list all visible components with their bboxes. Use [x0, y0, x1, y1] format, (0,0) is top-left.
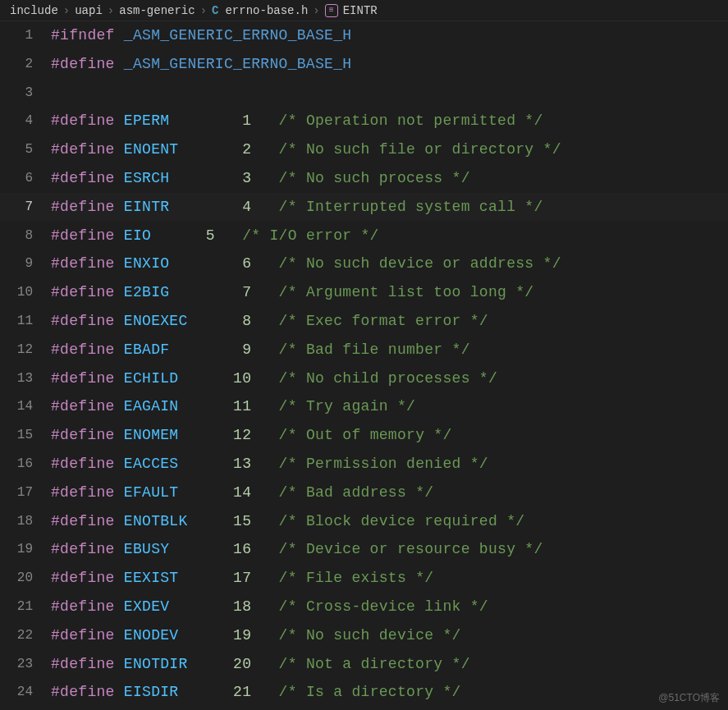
code-content[interactable]: #define _ASM_GENERIC_ERRNO_BASE_H	[51, 50, 728, 79]
code-content[interactable]: #define EIO 5 /* I/O error */	[51, 222, 728, 250]
code-line[interactable]: 3	[0, 79, 728, 108]
code-content[interactable]: #define ENOMEM 12 /* Out of memory */	[51, 421, 728, 450]
code-line[interactable]: 2#define _ASM_GENERIC_ERRNO_BASE_H	[0, 50, 728, 79]
code-content[interactable]: #define EXDEV 18 /* Cross-device link */	[51, 593, 728, 621]
code-line[interactable]: 5#define ENOENT 2 /* No such file or dir…	[0, 135, 728, 164]
token-comment: /* Out of memory */	[279, 427, 452, 443]
code-content[interactable]: #ifndef _ASM_GENERIC_ERRNO_BASE_H	[51, 21, 728, 50]
code-content[interactable]: #define ENOEXEC 8 /* Exec format error *…	[51, 307, 728, 336]
code-line[interactable]: 6#define ESRCH 3 /* No such process */	[0, 164, 728, 193]
line-number[interactable]: 16	[0, 450, 51, 479]
code-content[interactable]: #define EAGAIN 11 /* Try again */	[51, 392, 728, 421]
line-number[interactable]: 10	[0, 278, 51, 307]
code-content[interactable]: #define ENOTBLK 15 /* Block device requi…	[51, 507, 728, 536]
token-directive: #define	[51, 398, 115, 415]
line-number[interactable]: 4	[0, 107, 51, 135]
code-content[interactable]: #define EFAULT 14 /* Bad address */	[51, 479, 728, 507]
code-editor[interactable]: 1#ifndef _ASM_GENERIC_ERRNO_BASE_H2#defi…	[0, 21, 728, 707]
code-content[interactable]: #define ENOTDIR 20 /* Not a directory */	[51, 650, 728, 679]
code-line[interactable]: 20#define EEXIST 17 /* File exists */	[0, 564, 728, 593]
line-number[interactable]: 13	[0, 364, 51, 393]
token-comment: /* Cross-device link */	[279, 598, 488, 615]
token-const: EACCES	[124, 456, 179, 472]
line-number[interactable]: 24	[0, 678, 51, 707]
code-line[interactable]: 11#define ENOEXEC 8 /* Exec format error…	[0, 307, 728, 336]
line-number[interactable]: 2	[0, 50, 51, 79]
line-number[interactable]: 8	[0, 222, 51, 250]
breadcrumb[interactable]: include › uapi › asm-generic › C errno-b…	[0, 0, 728, 21]
code-line[interactable]: 18#define ENOTBLK 15 /* Block device req…	[0, 507, 728, 536]
token-const: EFAULT	[124, 484, 179, 501]
code-line[interactable]: 13#define ECHILD 10 /* No child processe…	[0, 364, 728, 393]
token-number: 17	[233, 570, 251, 586]
line-number[interactable]: 7	[0, 193, 51, 222]
line-number[interactable]: 21	[0, 593, 51, 621]
line-number[interactable]: 3	[0, 79, 51, 108]
token-const: ENOTDIR	[124, 656, 188, 672]
code-line[interactable]: 1#ifndef _ASM_GENERIC_ERRNO_BASE_H	[0, 21, 728, 50]
code-line[interactable]: 9#define ENXIO 6 /* No such device or ad…	[0, 250, 728, 278]
code-content[interactable]: #define ENXIO 6 /* No such device or add…	[51, 250, 728, 278]
token-directive: #ifndef	[51, 27, 115, 44]
token-directive: #define	[51, 341, 115, 358]
code-content[interactable]: #define ECHILD 10 /* No child processes …	[51, 364, 728, 393]
code-line[interactable]: 21#define EXDEV 18 /* Cross-device link …	[0, 593, 728, 621]
code-line[interactable]: 23#define ENOTDIR 20 /* Not a directory …	[0, 650, 728, 679]
code-line[interactable]: 15#define ENOMEM 12 /* Out of memory */	[0, 421, 728, 450]
code-line[interactable]: 22#define ENODEV 19 /* No such device */	[0, 621, 728, 650]
line-number[interactable]: 22	[0, 621, 51, 650]
code-line[interactable]: 19#define EBUSY 16 /* Device or resource…	[0, 535, 728, 564]
token-comment: /* Permission denied */	[279, 456, 488, 472]
code-line[interactable]: 10#define E2BIG 7 /* Argument list too l…	[0, 278, 728, 307]
breadcrumb-symbol[interactable]: EINTR	[343, 4, 378, 17]
line-number[interactable]: 20	[0, 564, 51, 593]
token-number: 19	[233, 627, 251, 644]
code-content[interactable]: #define EBUSY 16 /* Device or resource b…	[51, 535, 728, 564]
code-content[interactable]: #define EACCES 13 /* Permission denied *…	[51, 450, 728, 479]
token-number: 3	[242, 170, 251, 186]
line-number[interactable]: 18	[0, 507, 51, 536]
line-number[interactable]: 12	[0, 336, 51, 364]
code-line[interactable]: 16#define EACCES 13 /* Permission denied…	[0, 450, 728, 479]
code-line[interactable]: 17#define EFAULT 14 /* Bad address */	[0, 479, 728, 507]
code-line[interactable]: 8#define EIO 5 /* I/O error */	[0, 222, 728, 250]
line-number[interactable]: 5	[0, 135, 51, 164]
line-number[interactable]: 17	[0, 479, 51, 507]
token-directive: #define	[51, 170, 115, 186]
breadcrumb-file[interactable]: errno-base.h	[225, 4, 308, 17]
code-content[interactable]: #define ENOENT 2 /* No such file or dire…	[51, 135, 728, 164]
code-line[interactable]: 12#define EBADF 9 /* Bad file number */	[0, 336, 728, 364]
token-number: 21	[233, 684, 251, 700]
code-line[interactable]: 24#define EISDIR 21 /* Is a directory */	[0, 678, 728, 707]
token-comment: /* Is a directory */	[279, 684, 461, 700]
code-content[interactable]: #define E2BIG 7 /* Argument list too lon…	[51, 278, 728, 307]
line-number[interactable]: 9	[0, 250, 51, 278]
token-number: 15	[233, 513, 251, 529]
code-content[interactable]: #define ESRCH 3 /* No such process */	[51, 164, 728, 193]
token-const: ENODEV	[124, 627, 179, 644]
code-content[interactable]: #define ENODEV 19 /* No such device */	[51, 621, 728, 650]
token-number: 6	[242, 255, 251, 272]
token-const: EBUSY	[124, 541, 170, 557]
line-number[interactable]: 14	[0, 392, 51, 421]
code-content[interactable]: #define EISDIR 21 /* Is a directory */	[51, 678, 728, 707]
token-const: ECHILD	[124, 370, 179, 387]
code-content[interactable]: #define EINTR 4 /* Interrupted system ca…	[51, 193, 728, 222]
breadcrumb-part[interactable]: asm-generic	[119, 4, 195, 17]
code-content[interactable]: #define EBADF 9 /* Bad file number */	[51, 336, 728, 364]
line-number[interactable]: 11	[0, 307, 51, 336]
token-const: EINTR	[124, 199, 170, 215]
code-line[interactable]: 7#define EINTR 4 /* Interrupted system c…	[0, 193, 728, 222]
line-number[interactable]: 6	[0, 164, 51, 193]
code-line[interactable]: 14#define EAGAIN 11 /* Try again */	[0, 392, 728, 421]
code-content[interactable]: #define EPERM 1 /* Operation not permitt…	[51, 107, 728, 135]
line-number[interactable]: 23	[0, 650, 51, 679]
line-number[interactable]: 1	[0, 21, 51, 50]
breadcrumb-part[interactable]: include	[10, 4, 58, 17]
line-number[interactable]: 19	[0, 535, 51, 564]
code-content[interactable]: #define EEXIST 17 /* File exists */	[51, 564, 728, 593]
breadcrumb-part[interactable]: uapi	[75, 4, 103, 17]
token-comment: /* Device or resource busy */	[279, 541, 543, 557]
line-number[interactable]: 15	[0, 421, 51, 450]
code-line[interactable]: 4#define EPERM 1 /* Operation not permit…	[0, 107, 728, 135]
